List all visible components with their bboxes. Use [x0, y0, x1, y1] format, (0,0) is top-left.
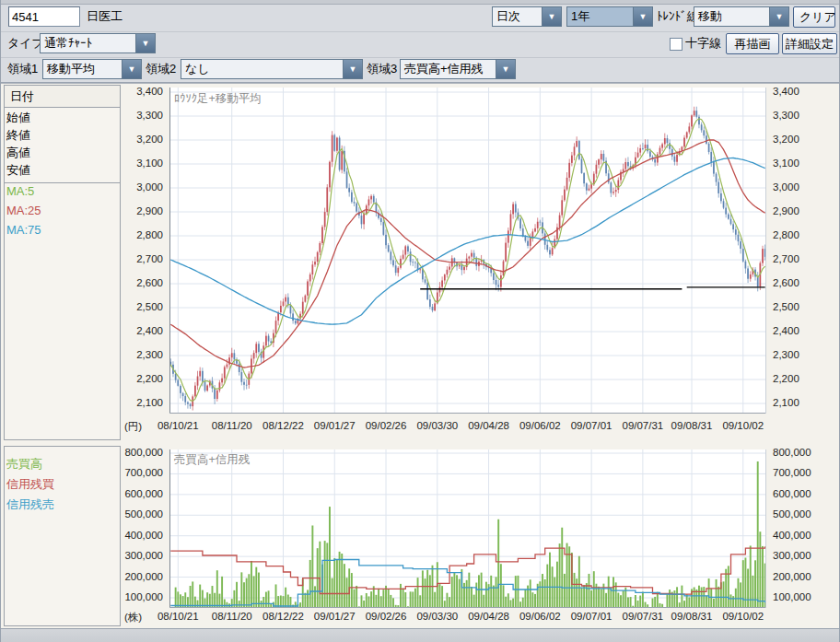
- x-axis-tick: 09/02/26: [366, 611, 407, 622]
- y-axis-tick: 500,000: [119, 508, 163, 519]
- stock-chart-window: 日医工 日次 ▼ 1年 ▼ ﾄﾚﾝﾄﾞ線 移動 ▼ クリア タイプ 通常ﾁｬｰﾄ…: [0, 0, 840, 642]
- sidebar-row-始値: 始値: [6, 110, 30, 126]
- volume-chart-plot[interactable]: [169, 449, 766, 608]
- legend-MA:75: MA:75: [6, 223, 41, 237]
- x-axis-tick: 09/06/02: [519, 420, 561, 431]
- type-label: タイプ: [7, 35, 44, 52]
- y-axis-tick: 3,200: [119, 134, 163, 145]
- chevron-down-icon: ▼: [542, 7, 561, 26]
- toolbar-row-2: タイプ 通常ﾁｬｰﾄ ▼ 十字線 再描画 詳細設定: [1, 32, 840, 58]
- clear-button[interactable]: クリア: [793, 6, 835, 28]
- x-axis-tick: 09/03/30: [416, 611, 458, 622]
- legend-MA:5: MA:5: [6, 184, 34, 198]
- x-axis-tick: 09/02/26: [366, 420, 407, 431]
- sidebar-divider: [5, 182, 120, 183]
- y-axis-tick: 2,100: [119, 397, 163, 408]
- y-axis-tick: 2,800: [773, 229, 799, 240]
- range-select[interactable]: 1年 ▼: [566, 6, 653, 27]
- y-axis-tick: 3,100: [773, 158, 799, 169]
- y-axis-tick: 2,300: [773, 349, 799, 360]
- x-axis-tick: 09/03/30: [416, 420, 458, 431]
- y-axis-tick: 3,400: [119, 86, 163, 97]
- area3-label: 領域3: [367, 61, 397, 77]
- y-axis-tick: 200,000: [773, 571, 811, 582]
- y-axis-tick: 2,300: [119, 349, 163, 360]
- x-axis-tick: 09/07/01: [571, 611, 612, 622]
- y-axis-tick: 300,000: [773, 550, 811, 561]
- x-axis-tick: 09/04/28: [468, 420, 509, 431]
- x-axis-tick: 09/07/31: [622, 611, 663, 622]
- main-chart-title: ﾛｳｿｸ足+移動平均: [174, 91, 262, 107]
- stock-name-label: 日医工: [87, 8, 122, 25]
- x-axis-tick: 08/12/22: [262, 420, 304, 431]
- x-axis-tick: 09/06/02: [519, 611, 561, 622]
- legend-信用残売: 信用残売: [6, 496, 54, 513]
- area1-label: 領域1: [7, 61, 38, 77]
- chevron-down-icon: ▼: [496, 60, 515, 78]
- y-axis-tick: 700,000: [773, 467, 811, 478]
- y-axis-tick: 2,500: [119, 301, 163, 312]
- volume-axis-unit: (株): [124, 611, 142, 624]
- trendline-type-select[interactable]: 移動 ▼: [694, 6, 789, 27]
- legend-信用残買: 信用残買: [6, 476, 54, 493]
- y-axis-tick: 2,700: [119, 253, 163, 264]
- y-axis-tick: 3,000: [773, 181, 799, 193]
- x-axis-tick: 08/11/20: [212, 611, 252, 622]
- y-axis-tick: 800,000: [773, 447, 811, 458]
- chart-type-select[interactable]: 通常ﾁｬｰﾄ ▼: [40, 33, 156, 53]
- legend-MA:25: MA:25: [6, 204, 41, 217]
- crosshair-checkbox[interactable]: [670, 38, 682, 51]
- x-axis-tick: 08/10/21: [158, 611, 199, 622]
- x-axis-tick: 09/07/31: [622, 420, 663, 431]
- y-axis-tick: 2,200: [773, 373, 799, 384]
- sidebar-row-高値: 高値: [6, 145, 30, 161]
- legend-売買高: 売買高: [6, 456, 42, 473]
- detail-settings-button[interactable]: 詳細設定: [782, 33, 837, 54]
- area3-select[interactable]: 売買高+信用残 ▼: [400, 59, 516, 79]
- chevron-down-icon: ▼: [769, 7, 788, 26]
- y-axis-tick: 100,000: [119, 591, 163, 602]
- area2-label: 領域2: [146, 61, 176, 77]
- y-axis-tick: 2,900: [773, 205, 799, 216]
- stock-code-input[interactable]: [8, 6, 80, 27]
- y-axis-tick: 400,000: [119, 530, 163, 541]
- y-axis-tick: 2,800: [119, 229, 163, 240]
- x-axis-tick: 09/01/27: [314, 611, 356, 622]
- area2-select[interactable]: なし ▼: [181, 59, 363, 79]
- status-bar: [1, 628, 840, 642]
- period-select[interactable]: 日次 ▼: [492, 6, 562, 27]
- y-axis-tick: 200,000: [119, 571, 163, 582]
- area1-select[interactable]: 移動平均 ▼: [42, 59, 142, 79]
- y-axis-tick: 2,200: [119, 373, 163, 384]
- y-axis-tick: 3,200: [773, 134, 799, 145]
- main-chart-plot[interactable]: [169, 88, 766, 414]
- y-axis-tick: 2,600: [773, 277, 799, 288]
- y-axis-tick: 700,000: [119, 467, 163, 478]
- crosshair-label: 十字線: [685, 35, 721, 52]
- y-axis-tick: 100,000: [773, 591, 811, 602]
- x-axis-tick: 09/01/27: [314, 420, 356, 431]
- y-axis-tick: 2,400: [119, 325, 163, 336]
- x-axis-tick: 09/10/02: [722, 420, 764, 431]
- x-axis-tick: 09/04/28: [468, 611, 509, 622]
- redraw-button[interactable]: 再描画: [726, 33, 779, 54]
- y-axis-tick: 3,300: [773, 110, 799, 121]
- y-axis-tick: 3,100: [119, 158, 163, 169]
- x-axis-tick: 08/10/21: [158, 420, 199, 431]
- y-axis-tick: 300,000: [119, 550, 163, 561]
- y-axis-tick: 2,400: [773, 325, 799, 336]
- volume-chart-sidebar: [4, 446, 121, 626]
- chevron-down-icon: ▼: [343, 60, 362, 78]
- trendline-label: ﾄﾚﾝﾄﾞ線: [657, 8, 699, 25]
- x-axis-tick: 08/11/20: [212, 420, 252, 431]
- sidebar-row-安値: 安値: [6, 162, 30, 179]
- x-axis-tick: 09/10/02: [722, 611, 764, 622]
- x-axis-tick: 08/12/22: [262, 611, 304, 622]
- main-axis-unit: (円): [124, 420, 142, 434]
- x-axis-tick: 09/07/01: [571, 420, 612, 431]
- y-axis-tick: 2,600: [119, 277, 163, 288]
- y-axis-tick: 3,400: [773, 86, 799, 97]
- y-axis-tick: 2,700: [773, 253, 799, 264]
- y-axis-tick: 600,000: [119, 488, 163, 499]
- y-axis-tick: 3,300: [119, 110, 163, 121]
